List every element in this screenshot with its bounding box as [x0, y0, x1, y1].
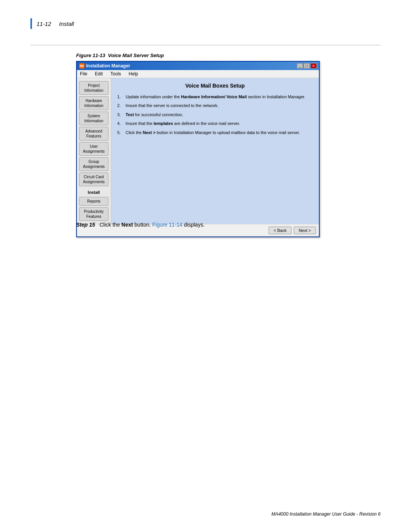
- sidebar-advanced-features[interactable]: AdvancedFeatures: [79, 127, 108, 141]
- instruction-5: 5. Click the Next > button in Installati…: [117, 130, 313, 136]
- menu-bar: File Edit Tools Help: [77, 70, 319, 78]
- sidebar-group-assignments[interactable]: GroupAssignments: [79, 157, 108, 171]
- figure-link[interactable]: Figure 11-14: [152, 222, 182, 228]
- menu-edit[interactable]: Edit: [93, 71, 104, 77]
- sidebar-reports[interactable]: Reports: [79, 197, 108, 206]
- sidebar-project-info[interactable]: ProjectInformation: [79, 81, 108, 95]
- divider-line: [30, 45, 381, 45]
- window-title: Installation Manager: [86, 63, 130, 69]
- next-button[interactable]: Next >: [294, 227, 316, 234]
- title-bar-left: IM Installation Manager: [79, 63, 130, 69]
- sidebar-system-info[interactable]: SystemInformation: [79, 112, 108, 125]
- page-number-section: 11-12 Install: [37, 21, 74, 27]
- back-button[interactable]: < Back: [269, 227, 292, 234]
- sidebar-user-assignments[interactable]: UserAssignments: [79, 142, 108, 156]
- sidebar-install-label: Install: [79, 188, 108, 195]
- page-header: 11-12 Install: [30, 18, 74, 29]
- menu-tools[interactable]: Tools: [109, 71, 123, 77]
- menu-file[interactable]: File: [78, 71, 89, 77]
- header-bar: [30, 18, 32, 29]
- instruction-1: 1. Update information under the Hardware…: [117, 94, 313, 100]
- close-button[interactable]: ✕: [311, 63, 317, 69]
- instruction-2: 2. Insure that the server is connected t…: [117, 103, 313, 109]
- sidebar-hardware-info[interactable]: HardwareInformation: [79, 96, 108, 110]
- page-footer: MA4000 Installation Manager User Guide -…: [271, 511, 381, 517]
- content-area: Voice Mail Boxes Setup 1. Update informa…: [111, 78, 319, 224]
- app-icon: IM: [79, 63, 84, 69]
- sidebar-circuit-card[interactable]: Circuit CardAssignments: [79, 173, 108, 186]
- instruction-3: 3. Test for successful connection.: [117, 112, 313, 118]
- title-bar: IM Installation Manager _ □ ✕: [77, 62, 319, 70]
- instruction-4: 4. Insure that the templates are defined…: [117, 121, 313, 126]
- menu-help[interactable]: Help: [127, 71, 140, 77]
- step-number: Step 15: [76, 222, 95, 228]
- instructions-list: 1. Update information under the Hardware…: [117, 94, 313, 136]
- sidebar: ProjectInformation HardwareInformation S…: [77, 78, 111, 224]
- main-content: ProjectInformation HardwareInformation S…: [77, 78, 319, 224]
- step-text: Step 15 Click the Next button. Figure 11…: [76, 222, 205, 228]
- content-title: Voice Mail Boxes Setup: [117, 83, 313, 89]
- sidebar-productivity-features[interactable]: ProductivityFeatures: [79, 207, 108, 221]
- minimize-button[interactable]: _: [297, 63, 303, 69]
- app-window: IM Installation Manager _ □ ✕ File Edit …: [76, 61, 320, 237]
- figure-caption: Figure 11-13 Voice Mail Server Setup: [76, 53, 164, 58]
- maximize-button[interactable]: □: [304, 63, 310, 69]
- window-controls[interactable]: _ □ ✕: [297, 63, 317, 69]
